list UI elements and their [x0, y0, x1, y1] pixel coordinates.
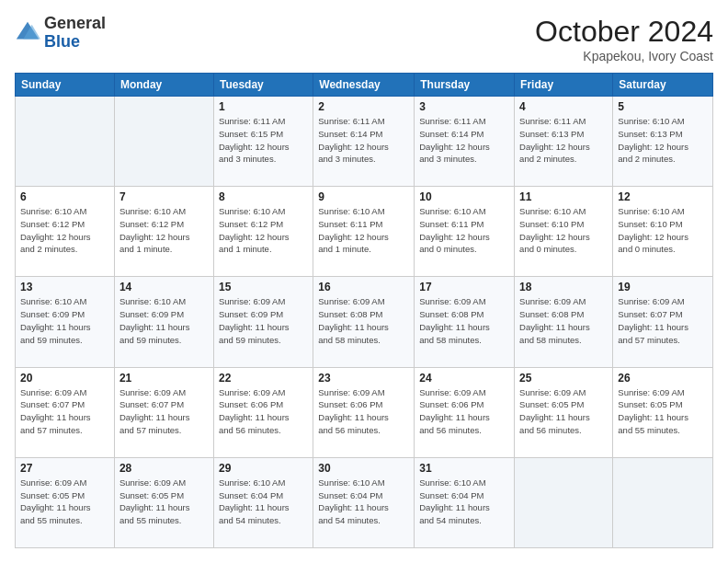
day-number: 27 [20, 462, 109, 475]
day-cell-4-6 [613, 457, 713, 547]
day-cell-1-4: 10Sunrise: 6:10 AM Sunset: 6:11 PM Dayli… [415, 187, 515, 277]
day-number: 15 [219, 281, 308, 293]
week-row-5: 27Sunrise: 6:09 AM Sunset: 6:05 PM Dayli… [16, 457, 713, 547]
day-info: Sunrise: 6:09 AM Sunset: 6:05 PM Dayligh… [519, 386, 608, 437]
day-cell-3-4: 24Sunrise: 6:09 AM Sunset: 6:06 PM Dayli… [415, 367, 515, 457]
day-cell-3-6: 26Sunrise: 6:09 AM Sunset: 6:05 PM Dayli… [613, 367, 713, 457]
day-info: Sunrise: 6:10 AM Sunset: 6:11 PM Dayligh… [318, 205, 409, 256]
day-info: Sunrise: 6:09 AM Sunset: 6:08 PM Dayligh… [519, 295, 608, 346]
logo-text: General Blue [44, 15, 106, 52]
header: General Blue October 2024 Kpapekou, Ivor… [15, 15, 713, 63]
day-cell-0-0 [16, 97, 115, 187]
day-number: 18 [519, 281, 608, 293]
day-info: Sunrise: 6:10 AM Sunset: 6:09 PM Dayligh… [20, 295, 109, 346]
day-number: 28 [119, 462, 209, 475]
day-cell-0-4: 3Sunrise: 6:11 AM Sunset: 6:14 PM Daylig… [415, 97, 515, 187]
day-cell-4-1: 28Sunrise: 6:09 AM Sunset: 6:05 PM Dayli… [114, 457, 213, 547]
day-info: Sunrise: 6:11 AM Sunset: 6:14 PM Dayligh… [419, 115, 509, 166]
day-info: Sunrise: 6:11 AM Sunset: 6:15 PM Dayligh… [219, 115, 308, 166]
day-cell-1-2: 8Sunrise: 6:10 AM Sunset: 6:12 PM Daylig… [213, 187, 313, 277]
day-number: 1 [219, 100, 308, 113]
day-info: Sunrise: 6:10 AM Sunset: 6:10 PM Dayligh… [519, 205, 608, 256]
day-info: Sunrise: 6:09 AM Sunset: 6:08 PM Dayligh… [419, 295, 509, 346]
day-cell-3-5: 25Sunrise: 6:09 AM Sunset: 6:05 PM Dayli… [515, 367, 613, 457]
day-cell-3-2: 22Sunrise: 6:09 AM Sunset: 6:06 PM Dayli… [213, 367, 313, 457]
week-row-1: 1Sunrise: 6:11 AM Sunset: 6:15 PM Daylig… [16, 97, 713, 187]
day-number: 12 [618, 190, 708, 203]
day-info: Sunrise: 6:09 AM Sunset: 6:06 PM Dayligh… [219, 386, 308, 437]
week-row-2: 6Sunrise: 6:10 AM Sunset: 6:12 PM Daylig… [16, 187, 713, 277]
header-thursday: Thursday [415, 74, 515, 97]
day-info: Sunrise: 6:09 AM Sunset: 6:07 PM Dayligh… [119, 386, 209, 437]
day-cell-4-5 [515, 457, 613, 547]
day-number: 24 [419, 372, 509, 385]
day-cell-2-1: 14Sunrise: 6:10 AM Sunset: 6:09 PM Dayli… [114, 277, 213, 367]
day-number: 25 [519, 372, 608, 385]
location-subtitle: Kpapekou, Ivory Coast [535, 49, 713, 63]
day-cell-0-1 [114, 97, 213, 187]
day-cell-3-1: 21Sunrise: 6:09 AM Sunset: 6:07 PM Dayli… [114, 367, 213, 457]
day-number: 11 [519, 190, 608, 203]
day-cell-2-0: 13Sunrise: 6:10 AM Sunset: 6:09 PM Dayli… [16, 277, 115, 367]
day-info: Sunrise: 6:11 AM Sunset: 6:14 PM Dayligh… [318, 115, 409, 166]
day-info: Sunrise: 6:09 AM Sunset: 6:08 PM Dayligh… [318, 295, 409, 346]
day-number: 21 [119, 372, 209, 385]
day-number: 6 [20, 190, 109, 203]
day-number: 14 [119, 281, 209, 293]
day-cell-0-5: 4Sunrise: 6:11 AM Sunset: 6:13 PM Daylig… [515, 97, 613, 187]
day-number: 5 [618, 100, 708, 113]
day-info: Sunrise: 6:11 AM Sunset: 6:13 PM Dayligh… [519, 115, 608, 166]
day-cell-3-0: 20Sunrise: 6:09 AM Sunset: 6:07 PM Dayli… [16, 367, 115, 457]
day-cell-0-2: 1Sunrise: 6:11 AM Sunset: 6:15 PM Daylig… [213, 97, 313, 187]
day-info: Sunrise: 6:10 AM Sunset: 6:04 PM Dayligh… [419, 477, 509, 527]
day-cell-2-6: 19Sunrise: 6:09 AM Sunset: 6:07 PM Dayli… [613, 277, 713, 367]
day-number: 17 [419, 281, 509, 293]
weekday-header-row: Sunday Monday Tuesday Wednesday Thursday… [16, 74, 713, 97]
day-info: Sunrise: 6:10 AM Sunset: 6:12 PM Dayligh… [119, 205, 209, 256]
week-row-3: 13Sunrise: 6:10 AM Sunset: 6:09 PM Dayli… [16, 277, 713, 367]
day-cell-0-6: 5Sunrise: 6:10 AM Sunset: 6:13 PM Daylig… [613, 97, 713, 187]
day-cell-4-3: 30Sunrise: 6:10 AM Sunset: 6:04 PM Dayli… [313, 457, 415, 547]
week-row-4: 20Sunrise: 6:09 AM Sunset: 6:07 PM Dayli… [16, 367, 713, 457]
day-cell-2-3: 16Sunrise: 6:09 AM Sunset: 6:08 PM Dayli… [313, 277, 415, 367]
logo-general: General [44, 14, 106, 32]
day-number: 8 [219, 190, 308, 203]
day-info: Sunrise: 6:10 AM Sunset: 6:12 PM Dayligh… [219, 205, 308, 256]
page: General Blue October 2024 Kpapekou, Ivor… [0, 0, 728, 563]
day-number: 29 [219, 462, 308, 475]
day-info: Sunrise: 6:10 AM Sunset: 6:13 PM Dayligh… [618, 115, 708, 166]
title-block: October 2024 Kpapekou, Ivory Coast [535, 15, 713, 63]
logo-blue: Blue [44, 32, 80, 51]
day-number: 4 [519, 100, 608, 113]
day-info: Sunrise: 6:10 AM Sunset: 6:04 PM Dayligh… [318, 477, 409, 527]
day-cell-1-1: 7Sunrise: 6:10 AM Sunset: 6:12 PM Daylig… [114, 187, 213, 277]
day-cell-3-3: 23Sunrise: 6:09 AM Sunset: 6:06 PM Dayli… [313, 367, 415, 457]
header-tuesday: Tuesday [213, 74, 313, 97]
day-info: Sunrise: 6:09 AM Sunset: 6:06 PM Dayligh… [419, 386, 509, 437]
day-number: 22 [219, 372, 308, 385]
day-number: 7 [119, 190, 209, 203]
day-info: Sunrise: 6:09 AM Sunset: 6:05 PM Dayligh… [119, 477, 209, 527]
day-number: 26 [618, 372, 708, 385]
logo: General Blue [15, 15, 106, 52]
header-friday: Friday [515, 74, 613, 97]
day-cell-1-5: 11Sunrise: 6:10 AM Sunset: 6:10 PM Dayli… [515, 187, 613, 277]
day-cell-1-3: 9Sunrise: 6:10 AM Sunset: 6:11 PM Daylig… [313, 187, 415, 277]
day-number: 16 [318, 281, 409, 293]
day-cell-4-4: 31Sunrise: 6:10 AM Sunset: 6:04 PM Dayli… [415, 457, 515, 547]
day-cell-0-3: 2Sunrise: 6:11 AM Sunset: 6:14 PM Daylig… [313, 97, 415, 187]
day-info: Sunrise: 6:10 AM Sunset: 6:11 PM Dayligh… [419, 205, 509, 256]
day-cell-2-2: 15Sunrise: 6:09 AM Sunset: 6:09 PM Dayli… [213, 277, 313, 367]
calendar-body: 1Sunrise: 6:11 AM Sunset: 6:15 PM Daylig… [16, 97, 713, 548]
header-saturday: Saturday [613, 74, 713, 97]
day-info: Sunrise: 6:09 AM Sunset: 6:05 PM Dayligh… [618, 386, 708, 437]
day-cell-2-5: 18Sunrise: 6:09 AM Sunset: 6:08 PM Dayli… [515, 277, 613, 367]
day-number: 3 [419, 100, 509, 113]
day-number: 2 [318, 100, 409, 113]
logo-icon [15, 20, 40, 46]
day-number: 13 [20, 281, 109, 293]
day-cell-2-4: 17Sunrise: 6:09 AM Sunset: 6:08 PM Dayli… [415, 277, 515, 367]
day-number: 9 [318, 190, 409, 203]
calendar: Sunday Monday Tuesday Wednesday Thursday… [15, 73, 713, 548]
day-number: 23 [318, 372, 409, 385]
